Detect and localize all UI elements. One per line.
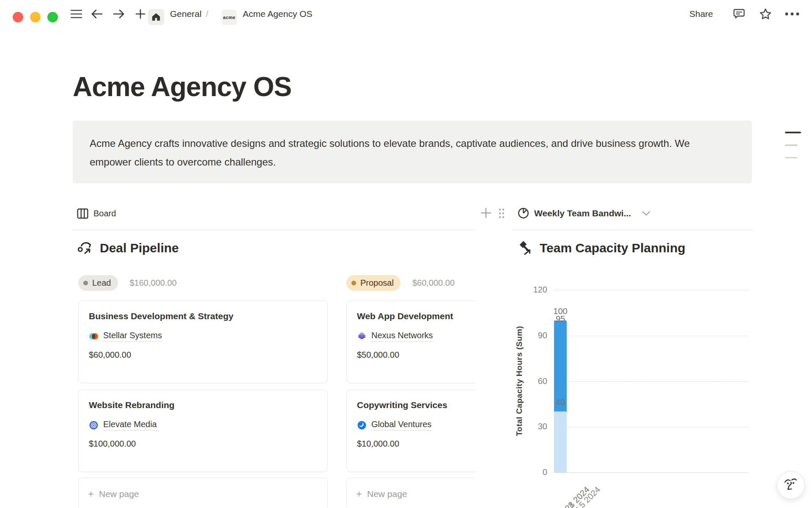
drag-handle-icon[interactable] [498,208,505,219]
bar-chart-plot-area: 120 90 60 30 0 100 95 40 21 2024 28 2024… [554,290,749,472]
client-link[interactable]: Global Ventures [371,420,431,431]
stellar-systems-logo [89,331,99,341]
team-capacity-title-text: Team Capacity Planning [540,241,686,255]
client-link[interactable]: Nexus Networks [371,331,433,342]
new-page-button[interactable]: + New page [346,478,475,508]
toc-item[interactable] [785,144,798,146]
window-titlebar: General / acme Acme Agency OS Share [0,0,812,28]
divider [73,229,475,230]
new-page-label: New page [367,489,407,499]
client-link[interactable]: Elevate Media [103,420,157,431]
callout-block: Acme Agency crafts innovative designs an… [73,121,752,183]
y-tick: 60 [522,376,547,386]
deal-card[interactable]: Copywriting Services Global Ventures $10… [346,389,475,472]
gridline-30: 30 [554,427,749,427]
window-minimize-button[interactable] [30,12,41,22]
board-view-icon [77,208,88,219]
notion-window: General / acme Acme Agency OS Share Acme… [0,0,812,508]
column-sum: $60,000.00 [412,278,455,288]
status-pill-lead: Lead [78,275,118,291]
new-page-label: New page [99,489,139,499]
window-close-button[interactable] [13,12,23,22]
proposal-column-header: Proposal $60,000.00 [346,275,455,291]
add-block-plus-icon[interactable] [480,207,491,218]
pipeline-status-icon [77,240,94,257]
team-capacity-section: Weekly Team Bandwi... Team Capacity Plan… [513,202,753,508]
global-ventures-logo [357,420,367,430]
status-label: Lead [92,278,111,288]
back-arrow-icon[interactable] [88,0,106,28]
deal-card-title: Business Development & Strategy [89,311,317,321]
x-axis-line: 0 [554,472,749,473]
board-tab-label: Board [93,209,116,218]
breadcrumb-separator: / [206,9,208,19]
comments-icon[interactable] [730,0,748,28]
deal-amount: $50,000.00 [357,350,475,360]
y-tick: 0 [522,467,547,477]
y-tick: 30 [522,422,547,431]
page-title: Acme Agency OS [73,71,291,102]
breadcrumb-workspace[interactable]: General [170,9,202,19]
plus-icon: + [88,489,94,499]
gridline-120: 120 [554,290,749,290]
chart-view-selector[interactable]: Weekly Team Bandwi... [518,207,650,219]
callout-text: Acme Agency crafts innovative designs an… [90,134,707,171]
more-options-ellipsis-icon[interactable] [782,0,802,28]
deal-pipeline-heading: Deal Pipeline [77,240,179,257]
nexus-networks-logo [357,331,367,341]
toc-item[interactable] [785,157,798,159]
bar [554,411,567,472]
status-dot [83,281,88,285]
status-pill-proposal: Proposal [346,275,401,291]
y-tick: 90 [522,331,547,340]
deal-amount: $10,000.00 [357,439,475,449]
view-selector-label: Weekly Team Bandwi... [534,208,631,218]
column-sum: $160,000.00 [130,278,177,288]
pie-chart-view-icon [518,207,529,219]
deal-card[interactable]: Web App Development Nexus Networks $50,0… [346,301,475,383]
deal-card-title: Web App Development [357,311,475,321]
sidebar-menu-icon[interactable] [68,0,85,28]
forward-arrow-icon[interactable] [110,0,128,28]
share-button[interactable]: Share [689,0,713,28]
bar-value-label: 40 [543,398,577,407]
elevate-media-logo [89,420,99,430]
notion-ai-button[interactable] [777,471,805,499]
ai-face-icon [783,477,798,494]
deal-pipeline-board-section: Board Deal Pipeline Lead $160,000.00 [73,202,475,508]
chevron-down-icon [642,210,650,216]
view-tab-board[interactable]: Board [77,208,116,219]
deal-amount: $60,000.00 [89,350,317,360]
status-dot [351,281,356,285]
gridline-60: 60 [554,381,749,382]
hammer-icon [517,240,534,257]
home-icon[interactable] [148,9,164,25]
y-tick: 120 [522,285,547,295]
deal-pipeline-title-text: Deal Pipeline [100,241,179,255]
client-link[interactable]: Stellar Systems [103,331,162,342]
team-capacity-heading: Team Capacity Planning [517,240,686,257]
deal-card[interactable]: Website Rebranding Elevate Media $100,00… [78,389,328,472]
breadcrumb: General / [170,0,208,28]
deal-card-title: Website Rebranding [89,400,317,410]
breadcrumb-page[interactable]: Acme Agency OS [243,0,313,28]
favorite-star-icon[interactable] [756,0,775,28]
deal-card[interactable]: Business Development & Strategy Stellar … [78,301,328,383]
new-page-button[interactable]: + New page [78,478,328,508]
plus-icon: + [356,489,362,499]
lead-column-header: Lead $160,000.00 [78,275,177,291]
toc-item-active[interactable] [785,132,801,133]
divider [513,229,753,230]
new-tab-plus-icon[interactable] [132,0,149,28]
window-zoom-button[interactable] [47,12,58,22]
deal-amount: $100,000.00 [89,439,317,449]
status-label: Proposal [360,278,394,288]
gridline-90: 90 [554,336,749,336]
bar-week3: 40 [554,290,567,472]
page-icon-acme-logo[interactable]: acme [222,10,237,25]
deal-card-title: Copywriting Services [357,400,475,410]
table-of-contents-indicator[interactable] [785,132,804,158]
